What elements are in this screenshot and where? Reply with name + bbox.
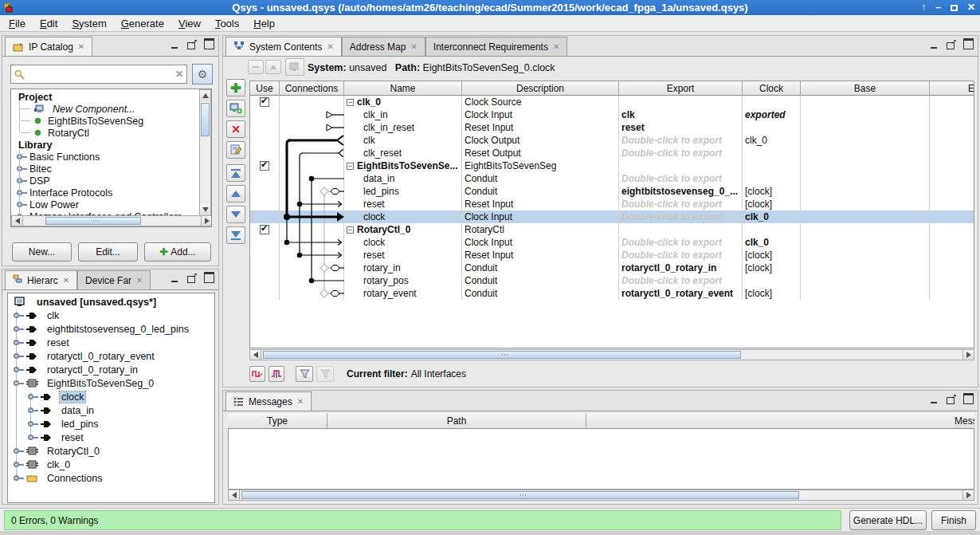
tree-expander-icon[interactable] <box>17 154 27 159</box>
base-cell[interactable] <box>801 223 930 236</box>
clock-cell[interactable] <box>743 96 801 108</box>
connections-cell[interactable] <box>280 147 344 159</box>
ip-tree-hscrollbar[interactable] <box>11 215 212 226</box>
export-cell[interactable]: Double-click to export <box>619 134 743 147</box>
name-cell[interactable]: clk <box>344 134 462 147</box>
tab-system-contents[interactable]: System Contents✕ <box>225 37 342 56</box>
base-cell[interactable] <box>801 121 930 134</box>
clock-cell[interactable]: [clock] <box>743 185 801 198</box>
hierarchy-item-clk-0[interactable]: clk_0 <box>10 458 213 471</box>
connections-cell[interactable] <box>280 274 344 287</box>
ip-tree-item-project[interactable]: Project <box>13 91 198 103</box>
table-row-reset[interactable]: resetReset InputDouble-click to export[c… <box>250 249 974 262</box>
name-cell[interactable]: reset <box>344 198 462 210</box>
name-cell[interactable]: −EightBitsToSevenSe... <box>344 159 462 172</box>
base-cell[interactable] <box>801 287 930 300</box>
hierarchy-item-reset[interactable]: reset <box>10 431 213 444</box>
tree-expander-icon[interactable] <box>14 340 24 345</box>
menu-file[interactable]: File <box>2 16 33 31</box>
tab-messages[interactable]: Messages ✕ <box>225 391 312 411</box>
export-cell[interactable]: Double-click to export <box>619 198 743 210</box>
panel-minimize-icon[interactable] <box>930 395 939 404</box>
connections-cell[interactable] <box>280 96 344 108</box>
window-restore-button[interactable] <box>951 5 958 11</box>
search-clear-icon[interactable]: ✕ <box>175 69 183 80</box>
export-cell[interactable]: reset <box>619 121 743 134</box>
column-header-base[interactable]: Base <box>801 81 930 96</box>
connections-cell[interactable] <box>280 121 344 134</box>
table-hscrollbar[interactable] <box>249 349 974 360</box>
hierarchy-item-rotaryctl-0-rotary-event[interactable]: rotaryctl_0_rotary_event <box>10 349 213 363</box>
export-cell[interactable]: rotaryctl_0_rotary_in <box>619 262 743 274</box>
add-button[interactable]: ✚ <box>226 79 245 96</box>
tree-expander-icon[interactable] <box>28 394 38 399</box>
clock-cell[interactable] <box>743 223 801 236</box>
column-header-export[interactable]: Export <box>619 81 743 96</box>
tab-close-icon[interactable]: ✕ <box>297 397 304 406</box>
tab-close-icon[interactable]: ✕ <box>136 276 143 285</box>
table-row-rotaryctl-0[interactable]: −RotaryCtl_0RotaryCtl <box>250 223 974 236</box>
table-row-reset[interactable]: resetReset InputDouble-click to export[c… <box>250 198 974 210</box>
export-cell[interactable] <box>619 96 743 108</box>
remove-button[interactable]: ✕ <box>226 120 245 138</box>
table-row-clk-0[interactable]: −clk_0Clock Source <box>250 96 974 108</box>
name-cell[interactable]: reset <box>344 249 462 262</box>
base-cell[interactable] <box>801 185 930 198</box>
connections-cell[interactable] <box>280 262 344 274</box>
name-cell[interactable]: clock <box>344 210 462 223</box>
ip-tree-item-low-power[interactable]: Low Power <box>13 199 198 210</box>
hierarchy-item-eightbitstosevenseg-0-led-pins[interactable]: eightbitstosevenseg_0_led_pins <box>10 322 213 336</box>
export-cell[interactable] <box>619 223 743 236</box>
hierarchy-item-eightbitstosevenseg-0[interactable]: EightBitsToSevenSeg_0 <box>10 376 213 390</box>
menu-generate[interactable]: Generate <box>114 16 171 31</box>
tree-expander-icon[interactable] <box>14 367 24 372</box>
export-cell[interactable]: Double-click to export <box>619 236 743 249</box>
column-header-use[interactable]: Use <box>250 81 280 96</box>
tab-close-icon[interactable]: ✕ <box>63 276 69 285</box>
base-cell[interactable] <box>801 210 930 223</box>
clock-cell[interactable]: [clock] <box>743 262 801 274</box>
column-header-description[interactable]: Description <box>462 81 619 96</box>
export-cell[interactable]: clk <box>619 108 743 121</box>
move-down-disabled-button[interactable] <box>265 60 281 74</box>
panel-float-icon[interactable] <box>947 40 956 49</box>
panel-minimize-icon[interactable] <box>171 273 180 283</box>
new-component-button[interactable]: New... <box>12 242 72 262</box>
clock-cell[interactable]: clk_0 <box>743 134 801 147</box>
collapse-icon[interactable]: − <box>347 163 354 170</box>
tab-address-map[interactable]: Address Map✕ <box>342 37 425 56</box>
tree-expander-icon[interactable] <box>14 353 24 359</box>
name-cell[interactable]: −RotaryCtl_0 <box>344 223 462 236</box>
tree-expander-icon[interactable] <box>28 407 38 413</box>
clock-cell[interactable] <box>743 147 801 159</box>
filter-button[interactable] <box>296 366 313 382</box>
use-checkbox[interactable] <box>260 161 269 171</box>
tree-expander-icon[interactable] <box>17 190 27 195</box>
move-down-button[interactable] <box>226 206 245 223</box>
messages-column-message[interactable]: Message <box>586 413 974 429</box>
column-header-connections[interactable]: Connections <box>280 81 344 96</box>
export-cell[interactable]: Double-click to export <box>619 210 743 223</box>
connections-cell[interactable] <box>280 249 344 262</box>
tree-expander-icon[interactable] <box>14 448 24 454</box>
tree-expander-icon[interactable] <box>14 313 24 318</box>
tree-expander-icon[interactable] <box>28 421 38 427</box>
hierarchy-item-led-pins[interactable]: led_pins <box>10 417 213 431</box>
tree-expander-icon[interactable] <box>14 326 24 332</box>
use-checkbox[interactable] <box>260 97 269 107</box>
clock-cell[interactable] <box>743 121 801 134</box>
edit-component-button[interactable]: Edit... <box>78 242 138 262</box>
name-cell[interactable]: clock <box>344 236 462 249</box>
ip-tree-item-dsp[interactable]: DSP <box>13 175 198 187</box>
base-cell[interactable] <box>801 108 930 121</box>
move-up-button[interactable] <box>226 185 245 203</box>
table-row-eightbitstosevense[interactable]: −EightBitsToSevenSe...EightBitsToSevenSe… <box>250 159 974 172</box>
export-cell[interactable]: Double-click to export <box>619 172 743 185</box>
ip-tree-item-rotaryctl[interactable]: RotaryCtl <box>13 127 198 139</box>
messages-column-path[interactable]: Path <box>327 413 586 429</box>
panel-float-icon[interactable] <box>187 40 197 49</box>
window-close-button[interactable]: ✕ <box>967 0 975 15</box>
show-reset-crossing-button[interactable] <box>269 366 284 382</box>
clock-cell[interactable] <box>743 172 801 185</box>
clock-cell[interactable] <box>743 159 801 172</box>
